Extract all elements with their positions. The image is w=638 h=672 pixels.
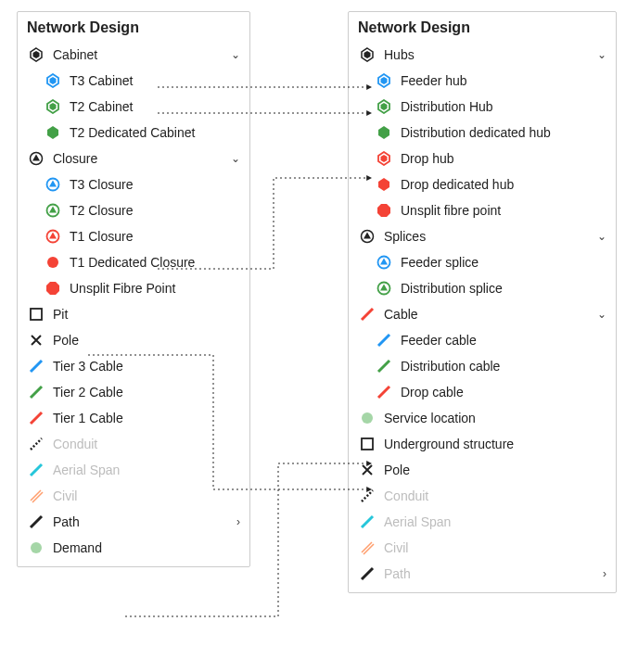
item-feeder-hub[interactable]: Feeder hub (349, 68, 616, 94)
svg-marker-29 (377, 204, 390, 217)
chevron-down-icon: ⌄ (597, 45, 606, 64)
item-label: Feeder cable (401, 331, 477, 349)
chevron-down-icon: ⌄ (231, 149, 240, 168)
hex-red-icon (375, 149, 393, 168)
item-distribution-dedicated-hub[interactable]: Distribution dedicated hub (349, 120, 616, 146)
item-t1-dedicated-closure[interactable]: T1 Dedicated Closure (18, 249, 249, 275)
item-demand[interactable]: Demand (18, 535, 249, 566)
item-t1-closure[interactable]: T1 Closure (18, 223, 249, 249)
hex-blue-icon (44, 71, 62, 90)
line-red-icon (375, 383, 393, 401)
line-double-orange-icon (358, 539, 376, 557)
group-splices[interactable]: Splices ⌄ (349, 223, 616, 249)
item-label: Drop hub (401, 149, 454, 168)
item-unsplit-fibre-point-r[interactable]: Unsplit fibre point (349, 197, 616, 223)
group-label: Splices (384, 227, 426, 246)
item-label: Pit (53, 305, 68, 323)
line-double-orange-icon (27, 487, 45, 505)
svg-rect-17 (31, 309, 42, 320)
line-black-icon (27, 513, 45, 531)
item-pit[interactable]: Pit (18, 301, 249, 327)
item-tier3-cable[interactable]: Tier 3 Cable (18, 353, 249, 379)
item-service-location[interactable]: Service location (349, 405, 616, 431)
item-feeder-splice[interactable]: Feeder splice (349, 249, 616, 275)
svg-marker-6 (47, 126, 58, 139)
item-civil[interactable]: Civil (18, 483, 249, 509)
svg-point-15 (47, 257, 58, 268)
svg-marker-5 (50, 103, 57, 110)
x-icon (358, 461, 376, 479)
line-green-icon (27, 383, 45, 401)
group-label: Closure (53, 149, 97, 168)
legend-panel-left: Network Design Cabinet ⌄ T3 Cabinet T2 C… (17, 11, 250, 567)
chevron-right-icon: › (236, 513, 240, 531)
item-t3-closure[interactable]: T3 Closure (18, 171, 249, 197)
item-unsplit-fibre-point[interactable]: Unsplit Fibre Point (18, 275, 249, 301)
item-feeder-cable[interactable]: Feeder cable (349, 327, 616, 353)
closure-icon (27, 149, 45, 168)
item-distribution-cable[interactable]: Distribution cable (349, 353, 616, 379)
circle-red-icon (44, 253, 62, 272)
svg-marker-8 (32, 155, 40, 161)
group-closure[interactable]: Closure ⌄ (18, 146, 249, 171)
item-t2-dedicated-cabinet[interactable]: T2 Dedicated Cabinet (18, 120, 249, 146)
item-label: T3 Closure (70, 175, 133, 194)
item-label: Civil (53, 487, 77, 505)
hex-blue-icon (375, 71, 393, 90)
item-label: Pole (53, 331, 79, 349)
item-label: T1 Dedicated Closure (70, 253, 195, 272)
item-conduit-r[interactable]: Conduit (349, 483, 616, 509)
tri-blue-icon (375, 253, 393, 272)
item-aerial-span[interactable]: Aerial Span (18, 457, 249, 483)
svg-marker-12 (49, 207, 57, 213)
line-blue-icon (375, 331, 393, 349)
cabinet-icon (358, 45, 376, 64)
group-cabinet[interactable]: Cabinet ⌄ (18, 42, 249, 68)
item-drop-hub[interactable]: Drop hub (349, 146, 616, 171)
item-civil-r[interactable]: Civil (349, 535, 616, 561)
svg-marker-25 (378, 126, 389, 139)
item-label: T2 Closure (70, 201, 133, 220)
line-black-icon (358, 564, 376, 583)
tri-green-icon (375, 279, 393, 298)
item-label: T2 Dedicated Cabinet (70, 123, 195, 142)
item-conduit[interactable]: Conduit (18, 431, 249, 457)
item-aerial-span-r[interactable]: Aerial Span (349, 509, 616, 535)
circle-lime-icon (358, 409, 376, 427)
panel-title: Network Design (18, 12, 249, 42)
item-label: T2 Cabinet (70, 97, 133, 116)
item-underground-structure[interactable]: Underground structure (349, 431, 616, 457)
item-t2-cabinet[interactable]: T2 Cabinet (18, 94, 249, 120)
svg-marker-3 (50, 77, 57, 84)
line-teal-icon (27, 461, 45, 479)
item-label: Path (384, 564, 411, 583)
legend-panel-right: Network Design Hubs ⌄ Feeder hub Distrib… (348, 11, 617, 593)
item-path-r[interactable]: Path › (349, 561, 616, 592)
item-label: Aerial Span (53, 461, 120, 479)
tri-green-icon (44, 201, 62, 220)
item-label: Underground structure (384, 435, 514, 453)
item-distribution-splice[interactable]: Distribution splice (349, 275, 616, 301)
item-tier2-cable[interactable]: Tier 2 Cable (18, 379, 249, 405)
item-path[interactable]: Path › (18, 509, 249, 535)
group-hubs[interactable]: Hubs ⌄ (349, 42, 616, 68)
svg-marker-31 (364, 233, 371, 239)
item-label: Conduit (384, 487, 428, 505)
item-t2-closure[interactable]: T2 Closure (18, 197, 249, 223)
item-label: Distribution Hub (401, 97, 493, 116)
item-drop-dedicated-hub[interactable]: Drop dedicated hub (349, 171, 616, 197)
group-cable[interactable]: Cable ⌄ (349, 301, 616, 327)
item-distribution-hub[interactable]: Distribution Hub (349, 94, 616, 120)
item-label: Drop dedicated hub (401, 175, 514, 194)
item-t3-cabinet[interactable]: T3 Cabinet (18, 68, 249, 94)
svg-marker-35 (380, 285, 388, 291)
svg-marker-27 (381, 155, 388, 162)
item-label: Demand (53, 539, 102, 557)
svg-point-18 (31, 542, 42, 553)
svg-marker-16 (46, 282, 59, 295)
item-pole-r[interactable]: Pole (349, 457, 616, 483)
group-label: Hubs (384, 45, 415, 64)
item-pole[interactable]: Pole (18, 327, 249, 353)
item-drop-cable[interactable]: Drop cable (349, 379, 616, 405)
item-tier1-cable[interactable]: Tier 1 Cable (18, 405, 249, 431)
